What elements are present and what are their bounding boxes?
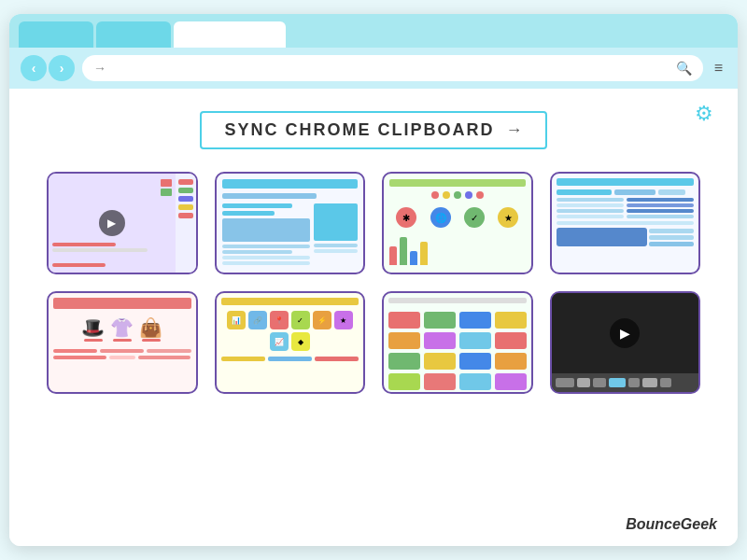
forward-button[interactable]: ›: [49, 55, 75, 81]
browser-tab-2[interactable]: [96, 21, 171, 48]
thumbnail-3[interactable]: ✱ 🌐 ✓ ★: [382, 172, 533, 274]
browser-tab-1[interactable]: [19, 21, 93, 48]
thumbnail-8[interactable]: ▶: [550, 291, 701, 394]
content-area: ⚙ SYNC CHROME CLIPBOARD → ▶: [9, 89, 738, 546]
address-bar: ‹ › → 🔍 ≡: [9, 48, 738, 89]
sync-button-label: SYNC CHROME CLIPBOARD: [224, 120, 494, 140]
search-icon: 🔍: [676, 61, 692, 76]
hex-icon-6: ★: [334, 311, 353, 329]
sync-button-wrapper: SYNC CHROME CLIPBOARD →: [37, 111, 710, 149]
url-arrow-icon: →: [93, 61, 106, 76]
url-bar[interactable]: → 🔍: [82, 55, 703, 81]
thumbnail-2[interactable]: [215, 172, 366, 274]
play-icon: ▶: [99, 210, 125, 236]
brand-name: BounceGeek: [626, 516, 717, 533]
hex-icon-8: ◆: [291, 332, 310, 351]
dashboard-icon-3: ✓: [464, 207, 485, 228]
thumbnails-grid: ▶: [47, 172, 700, 394]
thumbnail-5[interactable]: 🎩 👚 👜: [47, 291, 198, 394]
browser-window: ‹ › → 🔍 ≡ ⚙ SYNC CHROME CLIPBOARD →: [9, 14, 738, 546]
hex-icon-2: 🔗: [248, 311, 267, 329]
browser-tab-3[interactable]: [174, 21, 286, 48]
nav-buttons: ‹ ›: [21, 55, 75, 81]
video-play-icon: ▶: [610, 318, 640, 348]
sync-clipboard-button[interactable]: SYNC CHROME CLIPBOARD →: [200, 111, 546, 149]
settings-gear-icon[interactable]: ⚙: [695, 102, 721, 128]
thumbnail-6[interactable]: 📊 🔗 📍 ✓ ⚡ ★ 📈 ◆: [215, 291, 366, 394]
product-icon-2: 👚: [110, 316, 134, 339]
hex-icon-3: 📍: [270, 311, 289, 329]
product-icon-1: 🎩: [81, 316, 105, 339]
dashboard-icon-2: 🌐: [430, 207, 451, 228]
dashboard-icon-4: ★: [498, 207, 518, 228]
hex-icon-7: 📈: [270, 332, 289, 351]
hex-icon-5: ⚡: [313, 311, 331, 329]
thumbnail-7[interactable]: [382, 291, 533, 394]
back-button[interactable]: ‹: [21, 55, 47, 81]
sync-arrow-icon: →: [506, 120, 523, 140]
thumbnail-4[interactable]: [550, 172, 701, 274]
menu-icon[interactable]: ≡: [711, 56, 726, 80]
dashboard-icon-1: ✱: [396, 207, 416, 228]
thumbnail-1[interactable]: ▶: [47, 172, 198, 274]
hex-icon-4: ✓: [291, 311, 310, 329]
tab-bar: [9, 14, 738, 48]
hex-icon-1: 📊: [227, 311, 246, 329]
product-icon-3: 👜: [139, 316, 162, 339]
